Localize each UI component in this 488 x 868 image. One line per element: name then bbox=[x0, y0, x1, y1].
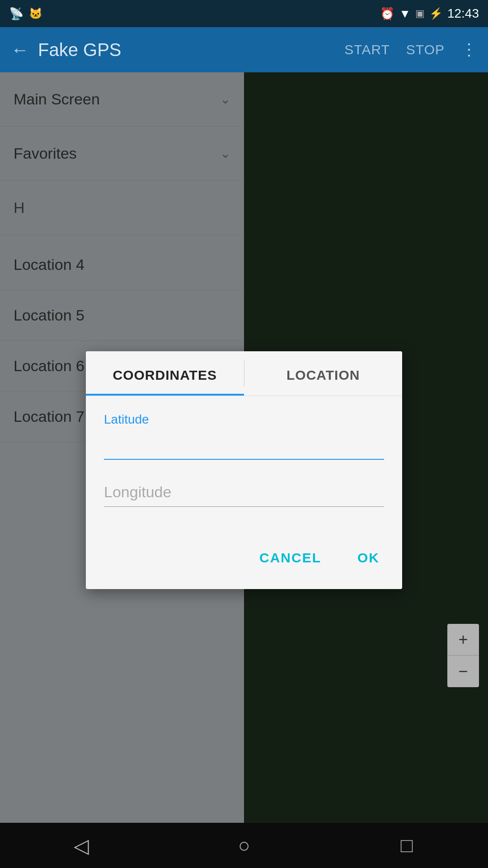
coordinates-dialog: COORDINATES LOCATION Latitude bbox=[86, 351, 402, 589]
back-button[interactable]: ← bbox=[11, 40, 29, 60]
more-options-button[interactable]: ⋮ bbox=[461, 40, 477, 59]
background-content: Main Screen ⌄ Favorites ⌄ H Location 4 L… bbox=[0, 72, 488, 868]
app-bar: ← Fake GPS START STOP ⋮ bbox=[0, 27, 488, 72]
wifi-icon: 📡 bbox=[9, 7, 23, 21]
alarm-icon: ⏰ bbox=[380, 7, 394, 21]
cat-icon: 🐱 bbox=[29, 7, 42, 20]
app-title: Fake GPS bbox=[38, 40, 335, 60]
ok-button[interactable]: OK bbox=[348, 543, 389, 573]
tab-location[interactable]: LOCATION bbox=[244, 351, 403, 396]
latitude-label: Latitude bbox=[104, 412, 384, 427]
status-left-icons: 📡 🐱 bbox=[9, 7, 42, 21]
dialog-overlay: COORDINATES LOCATION Latitude bbox=[0, 72, 488, 868]
longitude-input-group bbox=[104, 478, 384, 507]
wifi-signal-icon: ▼ bbox=[399, 7, 411, 21]
stop-button[interactable]: STOP bbox=[406, 42, 445, 57]
start-button[interactable]: START bbox=[344, 42, 390, 57]
tab-coordinates[interactable]: COORDINATES bbox=[86, 351, 244, 396]
status-bar: 📡 🐱 ⏰ ▼ ▣ ⚡ 12:43 bbox=[0, 0, 488, 27]
latitude-input[interactable] bbox=[104, 430, 384, 460]
dialog-tabs: COORDINATES LOCATION bbox=[86, 351, 402, 396]
longitude-input[interactable] bbox=[104, 478, 384, 507]
dialog-actions: CANCEL OK bbox=[86, 534, 402, 589]
latitude-input-group: Latitude bbox=[104, 412, 384, 460]
app-bar-actions: START STOP ⋮ bbox=[344, 40, 477, 59]
dialog-body: Latitude bbox=[86, 396, 402, 534]
battery-icon: ⚡ bbox=[429, 7, 443, 20]
status-right-icons: ⏰ ▼ ▣ ⚡ 12:43 bbox=[380, 6, 479, 21]
time-display: 12:43 bbox=[447, 6, 479, 21]
sim-icon: ▣ bbox=[415, 8, 425, 19]
cancel-button[interactable]: CANCEL bbox=[250, 543, 330, 573]
